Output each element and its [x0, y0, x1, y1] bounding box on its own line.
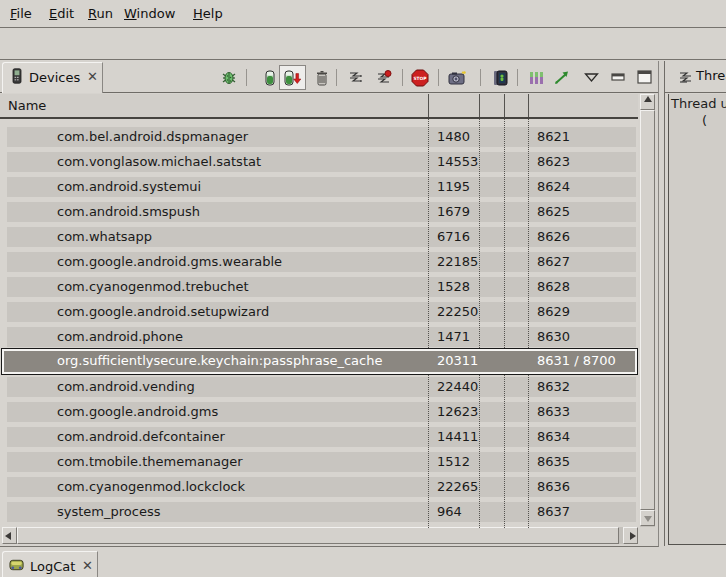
vertical-scroll-thumb[interactable]	[640, 110, 655, 510]
row-port: 8630	[537, 327, 570, 347]
device-view-icon[interactable]	[491, 70, 511, 86]
method-profiling-icon[interactable]	[376, 70, 392, 86]
heap-dump-icon[interactable]	[282, 70, 304, 86]
maximize-icon[interactable]	[637, 70, 652, 84]
tab-logcat-close-icon[interactable]: ✕	[82, 558, 93, 573]
row-port: 8636	[537, 477, 570, 497]
gc-arrow-icon[interactable]	[553, 70, 571, 86]
threads-content: Thread up (	[668, 94, 726, 545]
tab-logcat[interactable]: LogCat ✕	[2, 551, 98, 577]
row-name: com.google.android.gms.wearable	[57, 252, 282, 272]
row-name: com.android.vending	[57, 377, 195, 397]
threads-message-line2: (	[702, 113, 707, 128]
threads-icon	[678, 70, 694, 86]
row-name: com.android.phone	[57, 327, 183, 347]
row-pid: 1679	[437, 202, 470, 222]
row-pid: 12623	[437, 402, 478, 422]
threads-message-line1: Thread up	[671, 96, 726, 111]
row-port: 8621	[537, 127, 570, 147]
row-name: org.sufficientlysecure.keychain:passphra…	[57, 351, 382, 371]
tab-devices-close-icon[interactable]: ✕	[87, 69, 98, 84]
scroll-left-button[interactable]	[2, 527, 17, 544]
column-separator	[528, 119, 529, 528]
table-row[interactable]: com.cyanogenmod.lockclock 22265 8636	[0, 477, 638, 502]
logcat-icon	[9, 557, 25, 573]
device-table: com.bel.android.dspmanager 1480 8621 com…	[0, 119, 638, 528]
horizontal-scrollbar[interactable]	[2, 527, 638, 544]
trash-icon[interactable]	[314, 70, 330, 86]
table-row[interactable]: com.bel.android.dspmanager 1480 8621	[0, 127, 638, 152]
row-pid: 1471	[437, 327, 470, 347]
column-divider	[504, 94, 505, 117]
debug-bug-icon[interactable]	[221, 70, 237, 86]
table-rows: com.bel.android.dspmanager 1480 8621 com…	[0, 127, 638, 527]
menu-file[interactable]: File	[10, 6, 32, 21]
row-pid: 14553	[437, 152, 478, 172]
minimize-icon[interactable]	[611, 73, 625, 82]
view-menu-icon[interactable]	[584, 73, 599, 82]
row-port: 8637	[537, 502, 570, 522]
table-row[interactable]: com.tmobile.thememanager 1512 8635	[0, 452, 638, 477]
logcat-bar: LogCat ✕	[0, 549, 726, 577]
table-row[interactable]: system_process 964 8637	[0, 502, 638, 527]
toolbar-separator	[336, 69, 337, 86]
row-port: 8635	[537, 452, 570, 472]
row-name: com.android.systemui	[57, 177, 201, 197]
column-separator	[428, 119, 429, 528]
menu-window[interactable]: Window	[124, 6, 175, 21]
menu-help[interactable]: Help	[193, 6, 223, 21]
table-row[interactable]: com.google.android.gms.wearable 22185 86…	[0, 252, 638, 277]
toolbar-separator	[480, 69, 481, 86]
threads-panel: Threads Thread up (	[664, 61, 726, 546]
table-row[interactable]: com.vonglasow.michael.satstat 14553 8623	[0, 152, 638, 177]
tab-threads-label[interactable]: Threads	[696, 68, 726, 83]
stop-icon[interactable]: STOP	[411, 69, 429, 87]
row-pid: 22440	[437, 377, 478, 397]
row-name: com.google.android.setupwizard	[57, 302, 269, 322]
toolbar-separator	[517, 69, 518, 86]
table-row[interactable]: com.google.android.setupwizard 22250 862…	[0, 302, 638, 327]
row-pid: 1512	[437, 452, 470, 472]
row-port: 8623	[537, 152, 570, 172]
heap-update-icon[interactable]	[262, 70, 278, 86]
table-row[interactable]: com.cyanogenmod.trebuchet 1528 8628	[0, 277, 638, 302]
row-name: com.tmobile.thememanager	[57, 452, 243, 472]
table-row[interactable]: com.android.vending 22440 8632	[0, 377, 638, 402]
table-row[interactable]: com.whatsapp 6716 8626	[0, 227, 638, 252]
column-header-name[interactable]: Name	[8, 98, 46, 113]
row-port: 8631 / 8700	[537, 351, 616, 371]
row-name: com.bel.android.dspmanager	[57, 127, 248, 147]
menu-run[interactable]: Run	[88, 6, 113, 21]
column-divider	[528, 94, 529, 117]
table-row[interactable]: org.sufficientlysecure.keychain:passphra…	[0, 352, 638, 377]
menu-edit[interactable]: Edit	[49, 6, 74, 21]
screenshot-icon[interactable]	[448, 70, 468, 86]
tab-devices[interactable]: Devices ✕	[2, 62, 103, 93]
svg-text:STOP: STOP	[413, 76, 427, 81]
table-row[interactable]: com.android.defcontainer 14411 8634	[0, 427, 638, 452]
row-pid: 6716	[437, 227, 470, 247]
toolbar-strip	[0, 29, 726, 60]
row-pid: 14411	[437, 427, 478, 447]
scroll-down-button[interactable]	[640, 510, 655, 526]
heap-columns-icon[interactable]	[528, 70, 546, 86]
table-row[interactable]: com.android.systemui 1195 8624	[0, 177, 638, 202]
toolbar-separator	[438, 69, 439, 86]
vertical-scrollbar[interactable]	[640, 94, 655, 527]
row-port: 8628	[537, 277, 570, 297]
threads-update-icon[interactable]	[348, 70, 364, 86]
table-row[interactable]: com.android.smspush 1679 8625	[0, 202, 638, 227]
row-pid: 20311	[437, 351, 478, 371]
scroll-up-button[interactable]	[640, 94, 655, 110]
horizontal-scroll-thumb[interactable]	[17, 527, 619, 544]
scroll-right-button[interactable]	[623, 527, 638, 544]
row-port: 8634	[537, 427, 570, 447]
tab-logcat-label: LogCat	[30, 559, 75, 574]
row-name: com.vonglasow.michael.satstat	[57, 152, 261, 172]
table-header: Name	[0, 94, 638, 119]
row-name: system_process	[57, 502, 160, 522]
row-port: 8633	[537, 402, 570, 422]
table-row[interactable]: com.google.android.gms 12623 8633	[0, 402, 638, 427]
row-pid: 22250	[437, 302, 478, 322]
column-separator	[479, 119, 480, 528]
